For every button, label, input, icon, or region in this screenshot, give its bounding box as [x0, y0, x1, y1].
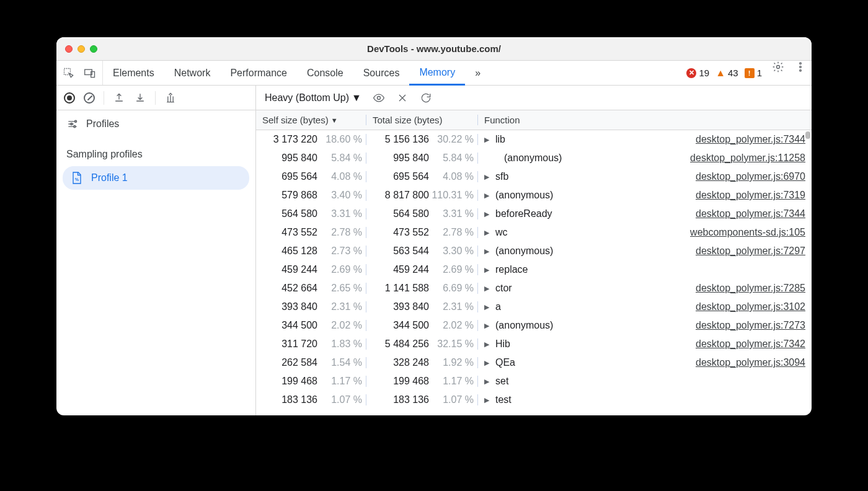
- tab-memory[interactable]: Memory: [409, 61, 465, 86]
- tab-sources[interactable]: Sources: [353, 61, 410, 85]
- table-row[interactable]: 199 4681.17 %199 4681.17 %▶set: [256, 372, 812, 391]
- total-bytes: 473 552: [376, 227, 429, 238]
- total-bytes: 695 564: [376, 171, 429, 182]
- cell-total-size: 328 2481.92 %: [366, 357, 478, 368]
- body: Profiles Sampling profiles % Profile 1 S…: [56, 110, 812, 415]
- cell-function: ▶(anonymous)desktop_polymer.js:7273: [478, 320, 812, 331]
- disclosure-triangle-icon[interactable]: ▶: [484, 378, 492, 386]
- settings-button[interactable]: [767, 61, 789, 85]
- tab-console[interactable]: Console: [297, 61, 353, 85]
- col-header-function[interactable]: Function: [478, 115, 812, 125]
- self-percent: 18.60 %: [317, 134, 362, 145]
- cell-self-size: 465 1282.73 %: [256, 246, 366, 257]
- self-bytes: 3 173 220: [264, 134, 317, 145]
- tab-network[interactable]: Network: [164, 61, 221, 85]
- disclosure-triangle-icon[interactable]: ▶: [484, 192, 492, 200]
- warnings-indicator[interactable]: ▲ 43: [715, 68, 738, 79]
- info-icon: !: [745, 68, 755, 78]
- source-link[interactable]: desktop_polymer.js:3102: [696, 301, 805, 312]
- clear-button[interactable]: [84, 92, 95, 104]
- cell-total-size: 695 5644.08 %: [366, 171, 478, 182]
- disclosure-triangle-icon[interactable]: ▶: [484, 303, 492, 311]
- minimize-window-button[interactable]: [78, 45, 85, 53]
- source-link[interactable]: desktop_polymer.js:11258: [690, 153, 805, 164]
- source-link[interactable]: desktop_polymer.js:7319: [696, 190, 805, 201]
- function-name: (anonymous): [495, 153, 562, 164]
- disclosure-triangle-icon[interactable]: ▶: [484, 229, 492, 237]
- tab-elements[interactable]: Elements: [103, 61, 164, 85]
- chevron-down-icon: ▼: [352, 92, 361, 104]
- garbage-collect-icon[interactable]: [164, 92, 177, 104]
- source-link[interactable]: desktop_polymer.js:7344: [696, 134, 805, 145]
- table-row[interactable]: 311 7201.83 %5 484 25632.15 %▶Hibdesktop…: [256, 335, 812, 353]
- cell-function: ▶beforeReadydesktop_polymer.js:7344: [478, 208, 812, 219]
- cell-function: ▶(anonymous)desktop_polymer.js:7319: [478, 190, 812, 201]
- tab-performance[interactable]: Performance: [220, 61, 297, 85]
- disclosure-triangle-icon[interactable]: ▶: [484, 210, 492, 218]
- table-row[interactable]: 995 8405.84 %995 8405.84 %(anonymous)des…: [256, 149, 812, 167]
- table-row[interactable]: 579 8683.40 %8 817 800110.31 %▶(anonymou…: [256, 186, 812, 205]
- close-window-button[interactable]: [65, 45, 73, 53]
- table-row[interactable]: 344 5002.02 %344 5002.02 %▶(anonymous)de…: [256, 316, 812, 335]
- table-row[interactable]: 262 5841.54 %328 2481.92 %▶QEadesktop_po…: [256, 353, 812, 372]
- profile-item[interactable]: % Profile 1: [63, 166, 249, 190]
- total-bytes: 183 136: [376, 394, 429, 405]
- refresh-icon[interactable]: [420, 92, 432, 104]
- source-link[interactable]: webcomponents-sd.js:105: [690, 227, 805, 238]
- col-header-self-size[interactable]: Self size (bytes) ▼: [256, 115, 366, 125]
- disclosure-triangle-icon[interactable]: ▶: [484, 396, 492, 404]
- self-bytes: 183 136: [264, 394, 317, 405]
- source-link[interactable]: desktop_polymer.js:7297: [696, 246, 805, 257]
- function-name: QEa: [495, 357, 515, 368]
- maximize-window-button[interactable]: [90, 45, 97, 53]
- col-header-total-size[interactable]: Total size (bytes): [366, 115, 478, 125]
- total-percent: 30.22 %: [429, 134, 474, 145]
- delete-icon[interactable]: [396, 92, 409, 104]
- profiles-header-label: Profiles: [86, 118, 119, 130]
- inspect-element-icon[interactable]: [63, 67, 75, 79]
- table-row[interactable]: 695 5644.08 %695 5644.08 %▶sfbdesktop_po…: [256, 167, 812, 186]
- cell-total-size: 1 141 5886.69 %: [366, 283, 478, 294]
- device-toolbar-icon[interactable]: [84, 67, 96, 79]
- disclosure-triangle-icon[interactable]: ▶: [484, 322, 492, 330]
- disclosure-triangle-icon[interactable]: ▶: [484, 173, 492, 181]
- disclosure-triangle-icon[interactable]: ▶: [484, 136, 492, 144]
- table-row[interactable]: 3 173 22018.60 %5 156 13630.22 %▶libdesk…: [256, 130, 812, 149]
- source-link[interactable]: desktop_polymer.js:7342: [696, 338, 805, 350]
- save-profile-icon[interactable]: [134, 92, 146, 104]
- disclosure-triangle-icon[interactable]: ▶: [484, 266, 492, 274]
- source-link[interactable]: desktop_polymer.js:7344: [696, 208, 805, 219]
- source-link[interactable]: desktop_polymer.js:7285: [696, 283, 805, 294]
- table-row[interactable]: 393 8402.31 %393 8402.31 %▶adesktop_poly…: [256, 298, 812, 316]
- disclosure-triangle-icon[interactable]: ▶: [484, 247, 492, 255]
- total-percent: 2.02 %: [429, 320, 474, 331]
- focus-icon[interactable]: [373, 92, 385, 104]
- source-link[interactable]: desktop_polymer.js:6970: [696, 171, 805, 182]
- table-row[interactable]: 473 5522.78 %473 5522.78 %▶wcwebcomponen…: [256, 223, 812, 242]
- table-row[interactable]: 465 1282.73 %563 5443.30 %▶(anonymous)de…: [256, 242, 812, 260]
- disclosure-triangle-icon[interactable]: ▶: [484, 340, 492, 348]
- filter-icon[interactable]: [66, 118, 79, 130]
- table-body[interactable]: 3 173 22018.60 %5 156 13630.22 %▶libdesk…: [256, 130, 812, 415]
- record-button[interactable]: [64, 92, 75, 104]
- table-row[interactable]: 183 1361.07 %183 1361.07 %▶test: [256, 391, 812, 409]
- info-indicator[interactable]: ! 1: [745, 68, 762, 78]
- view-mode-select[interactable]: Heavy (Bottom Up) ▼: [265, 92, 361, 104]
- source-link[interactable]: desktop_polymer.js:3094: [696, 357, 805, 368]
- table-row[interactable]: 452 6642.65 %1 141 5886.69 %▶ctordesktop…: [256, 279, 812, 298]
- scrollbar-thumb[interactable]: [805, 131, 810, 139]
- disclosure-triangle-icon[interactable]: ▶: [484, 359, 492, 367]
- tabs-overflow-button[interactable]: »: [465, 61, 490, 85]
- disclosure-triangle-icon[interactable]: ▶: [484, 285, 492, 293]
- source-link[interactable]: desktop_polymer.js:7273: [696, 320, 805, 331]
- function-name: a: [495, 301, 501, 312]
- table-row[interactable]: 564 5803.31 %564 5803.31 %▶beforeReadyde…: [256, 205, 812, 223]
- self-percent: 2.02 %: [317, 320, 362, 331]
- errors-indicator[interactable]: ✕ 19: [686, 68, 709, 78]
- more-menu-button[interactable]: [789, 61, 812, 85]
- table-row[interactable]: 459 2442.69 %459 2442.69 %▶replace: [256, 260, 812, 279]
- self-percent: 2.69 %: [317, 264, 362, 275]
- load-profile-icon[interactable]: [113, 92, 125, 104]
- cell-self-size: 344 5002.02 %: [256, 320, 366, 331]
- view-mode-label: Heavy (Bottom Up): [265, 92, 349, 104]
